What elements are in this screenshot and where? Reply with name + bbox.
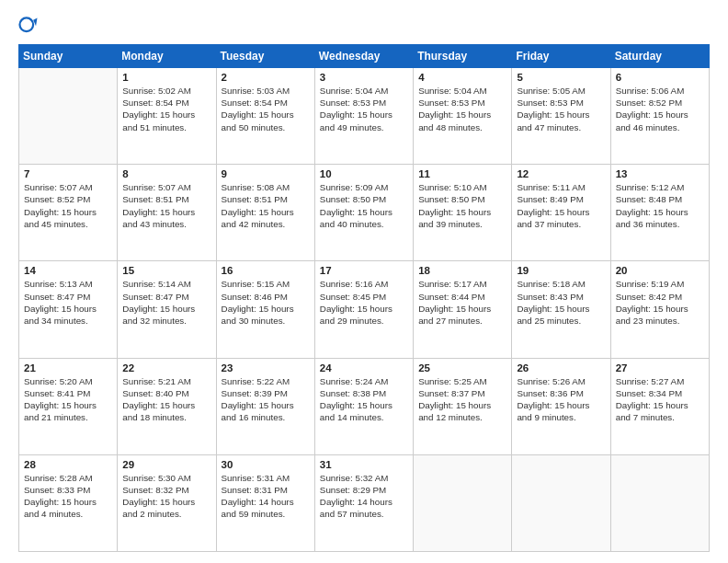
day-info: Sunrise: 5:25 AM Sunset: 8:37 PM Dayligh… [418, 375, 506, 424]
day-info: Sunrise: 5:05 AM Sunset: 8:53 PM Dayligh… [517, 85, 605, 133]
day-info: Sunrise: 5:32 AM Sunset: 8:29 PM Dayligh… [320, 472, 408, 521]
day-info: Sunrise: 5:30 AM Sunset: 8:32 PM Dayligh… [122, 472, 210, 521]
day-info: Sunrise: 5:11 AM Sunset: 8:49 PM Dayligh… [517, 181, 605, 230]
day-number: 18 [418, 265, 506, 276]
weekday-monday: Monday [118, 45, 216, 68]
day-number: 28 [24, 459, 112, 470]
day-number: 16 [222, 265, 310, 276]
day-cell: 15Sunrise: 5:14 AM Sunset: 8:47 PM Dayli… [118, 261, 216, 358]
day-cell [19, 68, 118, 165]
day-info: Sunrise: 5:22 AM Sunset: 8:39 PM Dayligh… [222, 375, 310, 424]
day-cell: 9Sunrise: 5:08 AM Sunset: 8:51 PM Daylig… [216, 165, 314, 261]
day-number: 14 [24, 265, 112, 276]
day-cell: 30Sunrise: 5:31 AM Sunset: 8:31 PM Dayli… [216, 454, 314, 551]
day-cell [512, 454, 610, 551]
day-number: 31 [320, 459, 408, 470]
week-row-2: 7Sunrise: 5:07 AM Sunset: 8:52 PM Daylig… [19, 165, 710, 261]
svg-point-0 [19, 17, 33, 31]
day-cell: 10Sunrise: 5:09 AM Sunset: 8:50 PM Dayli… [314, 165, 413, 261]
day-info: Sunrise: 5:18 AM Sunset: 8:43 PM Dayligh… [517, 278, 605, 327]
day-cell: 2Sunrise: 5:03 AM Sunset: 8:54 PM Daylig… [216, 68, 314, 165]
day-cell: 21Sunrise: 5:20 AM Sunset: 8:41 PM Dayli… [19, 358, 118, 454]
day-info: Sunrise: 5:04 AM Sunset: 8:53 PM Dayligh… [418, 85, 506, 133]
day-cell: 13Sunrise: 5:12 AM Sunset: 8:48 PM Dayli… [610, 165, 709, 261]
week-row-5: 28Sunrise: 5:28 AM Sunset: 8:33 PM Dayli… [19, 454, 710, 551]
day-number: 24 [320, 362, 408, 373]
day-info: Sunrise: 5:06 AM Sunset: 8:52 PM Dayligh… [616, 85, 704, 133]
day-cell: 25Sunrise: 5:25 AM Sunset: 8:37 PM Dayli… [414, 358, 512, 454]
day-info: Sunrise: 5:26 AM Sunset: 8:36 PM Dayligh… [517, 375, 605, 424]
day-number: 10 [320, 168, 408, 179]
day-cell: 4Sunrise: 5:04 AM Sunset: 8:53 PM Daylig… [414, 68, 512, 165]
weekday-friday: Friday [512, 45, 610, 68]
day-cell: 22Sunrise: 5:21 AM Sunset: 8:40 PM Dayli… [118, 358, 216, 454]
day-info: Sunrise: 5:03 AM Sunset: 8:54 PM Dayligh… [222, 85, 310, 133]
day-cell: 31Sunrise: 5:32 AM Sunset: 8:29 PM Dayli… [314, 454, 413, 551]
day-info: Sunrise: 5:20 AM Sunset: 8:41 PM Dayligh… [24, 375, 112, 424]
weekday-wednesday: Wednesday [314, 45, 413, 68]
day-info: Sunrise: 5:27 AM Sunset: 8:34 PM Dayligh… [616, 375, 704, 424]
day-info: Sunrise: 5:09 AM Sunset: 8:50 PM Dayligh… [320, 181, 408, 230]
day-number: 9 [222, 168, 310, 179]
day-number: 1 [122, 72, 210, 83]
day-info: Sunrise: 5:16 AM Sunset: 8:45 PM Dayligh… [320, 278, 408, 327]
logo [18, 17, 40, 37]
day-info: Sunrise: 5:17 AM Sunset: 8:44 PM Dayligh… [418, 278, 506, 327]
weekday-tuesday: Tuesday [216, 45, 314, 68]
day-cell: 3Sunrise: 5:04 AM Sunset: 8:53 PM Daylig… [314, 68, 413, 165]
week-row-1: 1Sunrise: 5:02 AM Sunset: 8:54 PM Daylig… [19, 68, 710, 165]
weekday-header-row: SundayMondayTuesdayWednesdayThursdayFrid… [19, 45, 710, 68]
day-cell: 8Sunrise: 5:07 AM Sunset: 8:51 PM Daylig… [118, 165, 216, 261]
weekday-saturday: Saturday [610, 45, 709, 68]
day-number: 12 [517, 168, 605, 179]
day-info: Sunrise: 5:12 AM Sunset: 8:48 PM Dayligh… [616, 181, 704, 230]
day-cell: 17Sunrise: 5:16 AM Sunset: 8:45 PM Dayli… [314, 261, 413, 358]
week-row-4: 21Sunrise: 5:20 AM Sunset: 8:41 PM Dayli… [19, 358, 710, 454]
day-number: 4 [418, 72, 506, 83]
day-cell: 5Sunrise: 5:05 AM Sunset: 8:53 PM Daylig… [512, 68, 610, 165]
day-number: 20 [616, 265, 704, 276]
day-number: 8 [122, 168, 210, 179]
day-number: 23 [222, 362, 310, 373]
day-info: Sunrise: 5:21 AM Sunset: 8:40 PM Dayligh… [122, 375, 210, 424]
day-info: Sunrise: 5:14 AM Sunset: 8:47 PM Dayligh… [122, 278, 210, 327]
day-number: 30 [222, 459, 310, 470]
day-cell: 23Sunrise: 5:22 AM Sunset: 8:39 PM Dayli… [216, 358, 314, 454]
day-info: Sunrise: 5:02 AM Sunset: 8:54 PM Dayligh… [122, 85, 210, 133]
day-number: 6 [616, 72, 704, 83]
day-number: 11 [418, 168, 506, 179]
day-info: Sunrise: 5:15 AM Sunset: 8:46 PM Dayligh… [222, 278, 310, 327]
day-number: 5 [517, 72, 605, 83]
day-number: 3 [320, 72, 408, 83]
day-number: 17 [320, 265, 408, 276]
day-info: Sunrise: 5:08 AM Sunset: 8:51 PM Dayligh… [222, 181, 310, 230]
day-number: 25 [418, 362, 506, 373]
day-number: 22 [122, 362, 210, 373]
day-number: 13 [616, 168, 704, 179]
week-row-3: 14Sunrise: 5:13 AM Sunset: 8:47 PM Dayli… [19, 261, 710, 358]
day-cell: 26Sunrise: 5:26 AM Sunset: 8:36 PM Dayli… [512, 358, 610, 454]
day-cell: 16Sunrise: 5:15 AM Sunset: 8:46 PM Dayli… [216, 261, 314, 358]
day-number: 27 [616, 362, 704, 373]
day-info: Sunrise: 5:28 AM Sunset: 8:33 PM Dayligh… [24, 472, 112, 521]
day-number: 15 [122, 265, 210, 276]
day-number: 19 [517, 265, 605, 276]
day-cell: 14Sunrise: 5:13 AM Sunset: 8:47 PM Dayli… [19, 261, 118, 358]
day-info: Sunrise: 5:19 AM Sunset: 8:42 PM Dayligh… [616, 278, 704, 327]
calendar-table: SundayMondayTuesdayWednesdayThursdayFrid… [18, 44, 710, 552]
day-cell: 6Sunrise: 5:06 AM Sunset: 8:52 PM Daylig… [610, 68, 709, 165]
page: SundayMondayTuesdayWednesdayThursdayFrid… [0, 0, 728, 563]
day-info: Sunrise: 5:07 AM Sunset: 8:51 PM Dayligh… [122, 181, 210, 230]
header [18, 17, 710, 37]
day-cell: 20Sunrise: 5:19 AM Sunset: 8:42 PM Dayli… [610, 261, 709, 358]
day-number: 21 [24, 362, 112, 373]
day-number: 7 [24, 168, 112, 179]
day-number: 2 [222, 72, 310, 83]
day-cell: 18Sunrise: 5:17 AM Sunset: 8:44 PM Dayli… [414, 261, 512, 358]
day-info: Sunrise: 5:10 AM Sunset: 8:50 PM Dayligh… [418, 181, 506, 230]
day-info: Sunrise: 5:24 AM Sunset: 8:38 PM Dayligh… [320, 375, 408, 424]
day-cell: 1Sunrise: 5:02 AM Sunset: 8:54 PM Daylig… [118, 68, 216, 165]
day-cell: 27Sunrise: 5:27 AM Sunset: 8:34 PM Dayli… [610, 358, 709, 454]
day-info: Sunrise: 5:07 AM Sunset: 8:52 PM Dayligh… [24, 181, 112, 230]
day-number: 29 [122, 459, 210, 470]
